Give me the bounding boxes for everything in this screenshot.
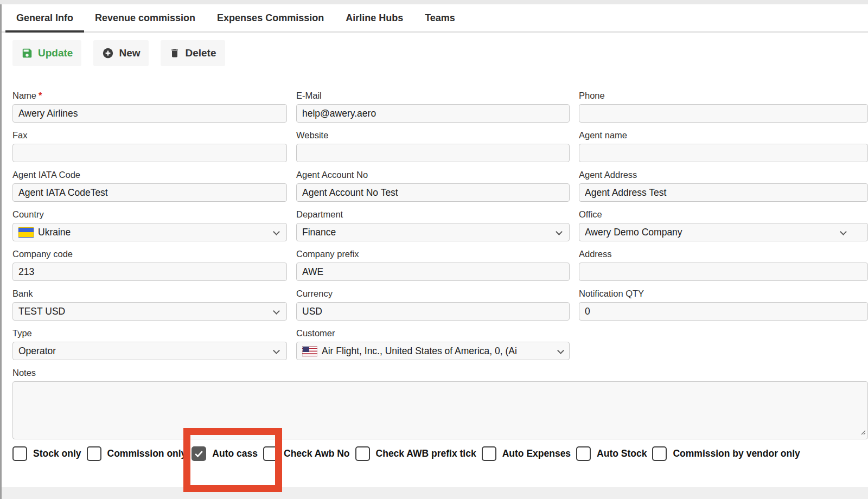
email-input[interactable]	[296, 104, 570, 123]
fax-label: Fax	[12, 130, 287, 140]
email-label: E-Mail	[296, 90, 570, 101]
bank-value: TEST USD	[18, 306, 65, 317]
update-button[interactable]: Update	[12, 40, 81, 66]
agent-address-field: Agent Address	[579, 169, 868, 202]
company-code-field: Company code	[12, 248, 287, 281]
customer-select[interactable]: Air Flight, Inc., United States of Ameri…	[296, 342, 570, 360]
required-asterisk: *	[39, 91, 42, 100]
email-field: E-Mail	[296, 90, 570, 123]
chevron-down-icon	[840, 228, 847, 235]
checkbox-check-awb-no[interactable]: Check Awb No	[263, 446, 350, 461]
company-code-label: Company code	[12, 248, 287, 259]
company-prefix-input[interactable]	[296, 263, 570, 281]
agent-iata-code-label: Agent IATA Code	[12, 169, 287, 180]
department-label: Department	[296, 209, 570, 220]
type-field: Type Operator	[12, 328, 287, 360]
checkbox-check-awb-prefix-tick[interactable]: Check AWB prefix tick	[355, 446, 476, 461]
tab-teams[interactable]: Teams	[414, 4, 466, 31]
fax-field: Fax	[12, 130, 287, 162]
agent-address-input[interactable]	[579, 183, 868, 202]
bank-field: Bank TEST USD	[12, 288, 287, 321]
customer-value: Air Flight, Inc., United States of Ameri…	[322, 346, 517, 357]
agent-name-field: Agent name	[579, 130, 868, 162]
notes-label: Notes	[12, 367, 868, 378]
window-left-edge	[0, 4, 2, 499]
agent-iata-code-field: Agent IATA Code	[12, 169, 287, 202]
country-field: Country Ukraine	[12, 209, 287, 241]
new-button[interactable]: New	[93, 40, 149, 66]
footer-strip	[0, 487, 868, 499]
country-select[interactable]: Ukraine	[12, 223, 287, 241]
currency-input[interactable]	[296, 302, 570, 321]
agent-name-input[interactable]	[579, 144, 868, 162]
website-label: Website	[296, 130, 570, 140]
website-field: Website	[296, 130, 570, 162]
department-value: Finance	[302, 227, 336, 238]
checkbox-commission-by-vendor-only[interactable]: Commission by vendor only	[652, 446, 800, 461]
checkbox-label: Check AWB prefix tick	[376, 448, 476, 459]
save-floppy-icon	[21, 47, 33, 59]
tab-general-info[interactable]: General Info	[5, 4, 84, 31]
company-prefix-field: Company prefix	[296, 248, 570, 281]
address-field: Address	[579, 248, 868, 281]
type-label: Type	[12, 328, 287, 338]
checkbox-commission-only[interactable]: Commission only	[87, 446, 187, 461]
agent-account-no-input[interactable]	[296, 183, 570, 202]
company-code-input[interactable]	[12, 263, 287, 281]
type-value: Operator	[18, 346, 56, 357]
options-checkbox-row: Stock only Commission only Auto cass Che…	[0, 446, 868, 461]
tab-revenue-commission[interactable]: Revenue commission	[84, 4, 206, 31]
department-field: Department Finance	[296, 209, 570, 241]
checkbox-stock-only[interactable]: Stock only	[12, 446, 81, 461]
new-button-label: New	[119, 47, 140, 59]
delete-button-label: Delete	[185, 47, 216, 59]
chevron-down-icon	[273, 228, 280, 235]
update-button-label: Update	[38, 47, 73, 59]
customer-label: Customer	[296, 328, 570, 338]
checkbox-auto-expenses[interactable]: Auto Expenses	[482, 446, 571, 461]
agent-account-no-field: Agent Account No	[296, 169, 570, 202]
type-select[interactable]: Operator	[12, 342, 287, 360]
checkbox-label: Commission by vendor only	[673, 448, 800, 459]
currency-label: Currency	[296, 288, 570, 299]
tab-bar: General Info Revenue commission Expenses…	[0, 4, 868, 33]
window-top-strip	[0, 0, 868, 4]
trash-icon	[169, 47, 180, 59]
ukraine-flag-icon	[18, 227, 34, 238]
office-select[interactable]: Awery Demo Company	[579, 223, 868, 241]
checkbox-label: Auto Expenses	[502, 448, 571, 459]
tab-airline-hubs[interactable]: Airline Hubs	[335, 4, 414, 31]
checkbox-icon	[576, 446, 591, 461]
office-label: Office	[579, 209, 868, 220]
plus-circle-icon	[102, 47, 114, 59]
notification-qty-label: Notification QTY	[579, 288, 868, 299]
resize-handle-icon[interactable]	[859, 427, 866, 438]
checkbox-auto-cass[interactable]: Auto cass	[192, 446, 258, 461]
tab-expenses-commission[interactable]: Expenses Commission	[206, 4, 335, 31]
website-input[interactable]	[296, 144, 570, 162]
phone-input[interactable]	[579, 104, 868, 123]
phone-label: Phone	[579, 90, 868, 101]
checkbox-label: Stock only	[33, 448, 81, 459]
delete-button[interactable]: Delete	[161, 40, 225, 66]
company-prefix-label: Company prefix	[296, 248, 570, 259]
checkbox-label: Check Awb No	[284, 448, 350, 459]
notes-textarea[interactable]	[12, 381, 868, 439]
address-input[interactable]	[579, 263, 868, 281]
currency-field: Currency	[296, 288, 570, 321]
checkbox-icon	[355, 446, 370, 461]
agent-iata-code-input[interactable]	[12, 183, 287, 202]
checkbox-icon	[482, 446, 496, 461]
bank-select[interactable]: TEST USD	[12, 302, 287, 321]
country-value: Ukraine	[38, 227, 71, 238]
notification-qty-input[interactable]	[579, 302, 868, 321]
fax-input[interactable]	[12, 144, 287, 162]
customer-field: Customer Air Flight, Inc., United States…	[296, 328, 570, 360]
checkbox-icon	[87, 446, 101, 461]
name-input[interactable]	[12, 104, 287, 123]
checkbox-checked-icon	[192, 446, 206, 461]
checkbox-auto-stock[interactable]: Auto Stock	[576, 446, 647, 461]
office-field: Office Awery Demo Company	[579, 209, 868, 241]
department-select[interactable]: Finance	[296, 223, 570, 241]
country-label: Country	[12, 209, 287, 220]
